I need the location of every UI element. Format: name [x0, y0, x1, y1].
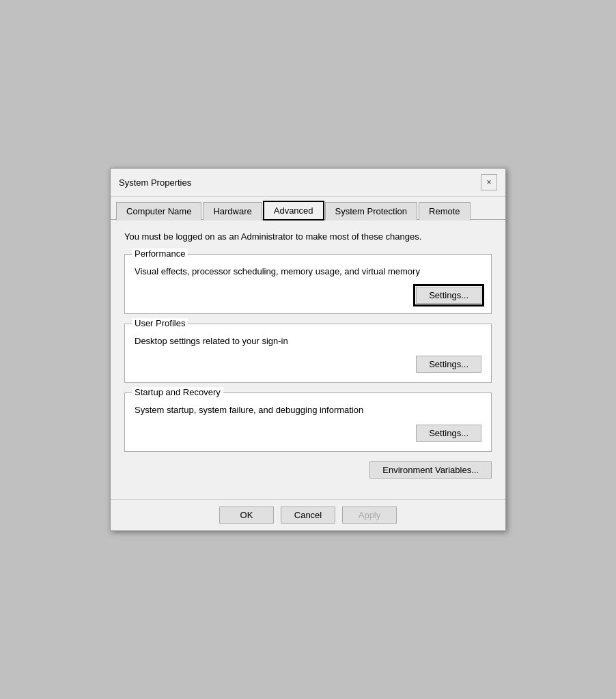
performance-button-row: Settings...	[135, 287, 481, 304]
apply-button[interactable]: Apply	[342, 507, 397, 524]
tab-remote[interactable]: Remote	[419, 202, 471, 220]
user-profiles-button-row: Settings...	[135, 356, 481, 373]
tab-advanced[interactable]: Advanced	[264, 201, 324, 220]
user-profiles-settings-button[interactable]: Settings...	[416, 356, 481, 373]
tab-hardware[interactable]: Hardware	[203, 202, 262, 220]
ok-button[interactable]: OK	[219, 507, 274, 524]
tabs-bar: Computer Name Hardware Advanced System P…	[111, 197, 505, 220]
system-properties-dialog: System Properties × Computer Name Hardwa…	[110, 168, 506, 531]
tab-computer-name[interactable]: Computer Name	[116, 202, 201, 220]
performance-settings-button[interactable]: Settings...	[416, 287, 481, 304]
title-bar: System Properties ×	[111, 169, 505, 197]
cancel-button[interactable]: Cancel	[281, 507, 335, 524]
startup-recovery-settings-button[interactable]: Settings...	[416, 425, 481, 442]
dialog-title: System Properties	[119, 177, 191, 188]
performance-description: Visual effects, processor scheduling, me…	[135, 266, 481, 278]
user-profiles-section: User Profiles Desktop settings related t…	[124, 324, 492, 383]
env-variables-row: Environment Variables...	[124, 461, 492, 479]
user-profiles-section-title: User Profiles	[132, 318, 188, 328]
startup-recovery-description: System startup, system failure, and debu…	[135, 404, 481, 416]
startup-recovery-button-row: Settings...	[135, 425, 481, 442]
environment-variables-button[interactable]: Environment Variables...	[369, 461, 492, 479]
startup-recovery-section-title: Startup and Recovery	[132, 387, 223, 397]
performance-section: Performance Visual effects, processor sc…	[124, 254, 492, 313]
tab-system-protection[interactable]: System Protection	[325, 202, 418, 220]
close-button[interactable]: ×	[481, 174, 497, 190]
performance-section-title: Performance	[132, 248, 188, 259]
tab-content: You must be logged on as an Administrato…	[111, 220, 505, 499]
admin-notice: You must be logged on as an Administrato…	[124, 231, 492, 243]
user-profiles-description: Desktop settings related to your sign-in	[135, 335, 481, 347]
dialog-footer: OK Cancel Apply	[111, 499, 505, 530]
startup-recovery-section: Startup and Recovery System startup, sys…	[124, 393, 492, 452]
